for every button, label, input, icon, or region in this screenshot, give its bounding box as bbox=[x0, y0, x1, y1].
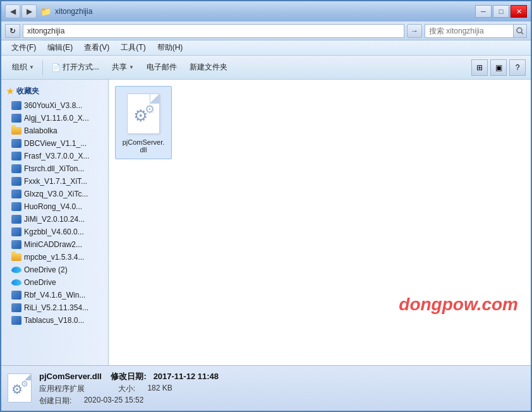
menu-bar: 文件(F) 编辑(E) 查看(V) 工具(T) 帮助(H) bbox=[1, 40, 531, 56]
status-modify-value: 2017-11-12 11:48 bbox=[154, 372, 219, 381]
refresh-button[interactable]: ↻ bbox=[5, 24, 20, 38]
address-bar: ↻ → bbox=[1, 21, 531, 40]
sidebar-item-3[interactable]: DBCView_V1.1_... bbox=[1, 137, 108, 150]
email-label: 电子邮件 bbox=[147, 62, 177, 73]
help-button[interactable]: ? bbox=[509, 59, 526, 76]
status-file-icon: ⚙ ⚙ bbox=[8, 373, 33, 404]
sidebar-item-label-14: OneDrive bbox=[24, 278, 56, 287]
sidebar-item-label-2: Balabolka bbox=[24, 126, 57, 135]
sidebar-item-label-17: Tablacus_V18.0... bbox=[24, 316, 84, 325]
organize-label: 组织 bbox=[12, 62, 27, 73]
window-title: xitongzhijia bbox=[55, 7, 92, 16]
status-gear-small-icon: ⚙ bbox=[21, 379, 28, 389]
maximize-button[interactable]: □ bbox=[493, 5, 509, 18]
sidebar-item-icon-12 bbox=[11, 253, 21, 262]
back-button[interactable]: ◀ bbox=[5, 4, 20, 18]
status-details: 应用程序扩展 大小: 182 KB 创建日期: 2020-03-25 15:52 bbox=[39, 384, 524, 406]
svg-point-0 bbox=[517, 28, 522, 33]
sidebar-item-2[interactable]: Balabolka bbox=[1, 124, 108, 137]
star-icon: ★ bbox=[6, 87, 14, 96]
view-pane-button[interactable]: ▣ bbox=[490, 59, 507, 76]
new-folder-label: 新建文件夹 bbox=[190, 62, 227, 73]
status-modify-label: 修改日期: bbox=[111, 372, 146, 381]
sidebar-item-icon-14 bbox=[11, 278, 21, 287]
sidebar-item-7[interactable]: Glxzq_V3.0_XiTc... bbox=[1, 188, 108, 200]
sidebar-item-12[interactable]: mpcbe_v1.5.3.4... bbox=[1, 251, 108, 264]
sidebar-item-10[interactable]: Kgzbbl_V4.60.0... bbox=[1, 226, 108, 238]
sidebar-item-8[interactable]: HuoRong_V4.0... bbox=[1, 200, 108, 213]
share-button[interactable]: 共享 ▼ bbox=[106, 58, 140, 77]
search-area bbox=[425, 24, 527, 38]
organize-button[interactable]: 组织 ▼ bbox=[6, 58, 40, 77]
new-folder-button[interactable]: 新建文件夹 bbox=[184, 58, 233, 77]
status-size-value: 182 KB bbox=[147, 384, 172, 394]
share-arrow: ▼ bbox=[129, 64, 134, 70]
menu-file[interactable]: 文件(F) bbox=[6, 42, 41, 54]
sidebar-item-15[interactable]: Rbf_V4.1.6_Win... bbox=[1, 289, 108, 301]
sidebar-item-4[interactable]: Frasf_V3.7.0.0_X... bbox=[1, 150, 108, 162]
sidebar-item-label-6: Fxxk_V1.7.1_XiT... bbox=[24, 177, 87, 186]
watermark: dongpow.com bbox=[399, 294, 518, 315]
status-type-row: 应用程序扩展 大小: 182 KB bbox=[39, 384, 524, 394]
menu-tools[interactable]: 工具(T) bbox=[116, 42, 150, 54]
sidebar-item-icon-7 bbox=[11, 190, 21, 198]
sidebar-item-17[interactable]: Tablacus_V18.0... bbox=[1, 314, 108, 327]
sidebar-item-label-5: Ftsrch.dll_XiTon... bbox=[24, 164, 84, 173]
path-folder-icon: 📁 bbox=[40, 6, 51, 16]
sidebar-favorites-label: 收藏夹 bbox=[16, 86, 39, 97]
sidebar-item-icon-11 bbox=[11, 240, 21, 249]
sidebar-favorites-header[interactable]: ★ 收藏夹 bbox=[1, 83, 108, 99]
open-with-button[interactable]: 📄 打开方式... bbox=[45, 58, 105, 77]
sidebar-item-icon-6 bbox=[11, 177, 21, 186]
sidebar-item-1[interactable]: Algj_V1.11.6.0_X... bbox=[1, 112, 108, 124]
status-created-row: 创建日期: 2020-03-25 15:52 bbox=[39, 396, 524, 406]
sidebar-item-label-1: Algj_V1.11.6.0_X... bbox=[24, 114, 89, 123]
status-created-label: 创建日期: bbox=[39, 396, 71, 406]
sidebar-item-icon-9 bbox=[11, 215, 21, 224]
status-size-label: 大小: bbox=[118, 384, 135, 394]
sidebar-item-16[interactable]: RiLi_V5.2.11.354... bbox=[1, 301, 108, 314]
minimize-button[interactable]: ─ bbox=[475, 5, 492, 18]
menu-help[interactable]: 帮助(H) bbox=[152, 42, 188, 54]
sidebar-item-13[interactable]: OneDrive (2) bbox=[1, 264, 108, 276]
toolbar: 组织 ▼ 📄 打开方式... 共享 ▼ 电子邮件 新建文件夹 ⊞ ▣ ? bbox=[1, 56, 531, 80]
sidebar-item-icon-8 bbox=[11, 202, 21, 211]
sidebar-item-label-7: Glxzq_V3.0_XiTc... bbox=[24, 190, 88, 198]
status-filename: pjComServer.dll 修改日期: 2017-11-12 11:48 bbox=[39, 371, 524, 382]
sidebar-item-11[interactable]: MiniCADDraw2... bbox=[1, 238, 108, 251]
content-area: ⚙ ⚙ pjComServer.dll dongpow.com bbox=[109, 80, 531, 365]
sidebar-item-icon-1 bbox=[11, 114, 21, 123]
menu-view[interactable]: 查看(V) bbox=[79, 42, 114, 54]
svg-line-1 bbox=[521, 32, 523, 34]
sidebar-item-0[interactable]: 360YouXi_V3.8... bbox=[1, 99, 108, 112]
email-button[interactable]: 电子邮件 bbox=[141, 58, 183, 77]
address-input[interactable] bbox=[23, 24, 404, 38]
sidebar-item-5[interactable]: Ftsrch.dll_XiTon... bbox=[1, 162, 108, 175]
sidebar-item-14[interactable]: OneDrive bbox=[1, 276, 108, 289]
status-info: pjComServer.dll 修改日期: 2017-11-12 11:48 应… bbox=[39, 371, 524, 406]
search-input[interactable] bbox=[425, 24, 513, 38]
status-name-text: pjComServer.dll bbox=[39, 372, 102, 381]
sidebar-item-label-8: HuoRong_V4.0... bbox=[24, 202, 82, 211]
open-with-label: 打开方式... bbox=[63, 62, 99, 73]
sidebar-item-icon-3 bbox=[11, 139, 21, 148]
sidebar-item-6[interactable]: Fxxk_V1.7.1_XiT... bbox=[1, 175, 108, 188]
gear-small-icon: ⚙ bbox=[145, 102, 155, 116]
forward-button[interactable]: ▶ bbox=[21, 4, 37, 18]
search-icon bbox=[516, 27, 524, 35]
title-bar-left: ◀ ▶ 📁 xitongzhijia bbox=[5, 4, 92, 18]
close-button[interactable]: ✕ bbox=[511, 5, 527, 18]
view-toggle-button[interactable]: ⊞ bbox=[471, 59, 488, 76]
sidebar-item-label-16: RiLi_V5.2.11.354... bbox=[24, 303, 88, 312]
sidebar-item-label-12: mpcbe_v1.5.3.4... bbox=[24, 253, 84, 262]
status-created-value: 2020-03-25 15:52 bbox=[84, 396, 144, 406]
menu-edit[interactable]: 编辑(E) bbox=[42, 42, 78, 54]
go-button[interactable]: → bbox=[407, 24, 422, 38]
sidebar-item-label-13: OneDrive (2) bbox=[24, 265, 68, 274]
sidebar-item-9[interactable]: JiMi_V2.0.10.24... bbox=[1, 213, 108, 226]
search-button[interactable] bbox=[513, 24, 527, 38]
window: ◀ ▶ 📁 xitongzhijia ─ □ ✕ ↻ → 文件 bbox=[0, 0, 532, 412]
sidebar-item-icon-15 bbox=[11, 291, 21, 300]
file-item-pjcomserver[interactable]: ⚙ ⚙ pjComServer.dll bbox=[115, 86, 172, 159]
sidebar-item-icon-16 bbox=[11, 303, 21, 312]
